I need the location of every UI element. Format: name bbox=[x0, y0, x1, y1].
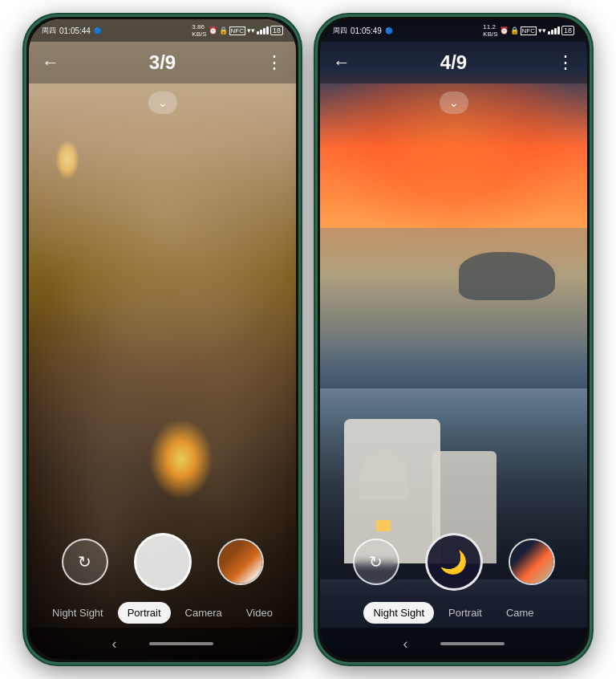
camera-buttons-2: ↻ 🌙 bbox=[353, 533, 555, 591]
status-day-1: 周四 bbox=[42, 26, 56, 36]
mode-video-1[interactable]: Video bbox=[237, 602, 282, 624]
phone-1: 周四 01:05:44 🔵 3.86KB/S ⏰ 🔒 NFC ▾▾ bbox=[24, 14, 301, 665]
gallery-thumbnail-2 bbox=[510, 540, 553, 583]
nav-bar-1: ‹ bbox=[29, 628, 296, 660]
nav-back-1[interactable]: ‹ bbox=[112, 636, 117, 653]
mode-camera-1[interactable]: Camera bbox=[176, 602, 232, 624]
night-sight-shutter-2[interactable]: 🌙 bbox=[425, 533, 483, 591]
network-speed-1: 3.86KB/S bbox=[192, 23, 206, 38]
status-right-2: 11.2KB/S ⏰ 🔒 NFC ▾▾ 18 bbox=[483, 23, 574, 38]
status-day-2: 周四 bbox=[333, 26, 347, 36]
status-time-1: 01:05:44 bbox=[59, 26, 91, 35]
phone-1-frame: 周四 01:05:44 🔵 3.86KB/S ⏰ 🔒 NFC ▾▾ bbox=[24, 14, 301, 665]
flip-camera-button-2[interactable]: ↻ bbox=[353, 539, 399, 585]
sparkle-secondary bbox=[55, 140, 79, 180]
nav-back-2[interactable]: ‹ bbox=[403, 636, 408, 653]
mode-camera-2[interactable]: Came bbox=[496, 602, 544, 624]
nfc-icon-1: NFC bbox=[229, 26, 245, 35]
status-time-2: 01:05:49 bbox=[351, 26, 382, 35]
camera-buttons-1: ↻ bbox=[62, 533, 264, 591]
status-right-1: 3.86KB/S ⏰ 🔒 NFC ▾▾ 18 bbox=[192, 23, 283, 38]
mode-selector-1: Night Sight Portrait Camera Video bbox=[36, 602, 289, 624]
more-button-2[interactable]: ⋮ bbox=[557, 52, 574, 73]
sparkle-main bbox=[149, 419, 213, 499]
lock-icon-2: 🔒 bbox=[510, 26, 519, 35]
nav-bar-2: ‹ bbox=[320, 628, 587, 660]
flip-camera-icon-1: ↻ bbox=[78, 552, 91, 571]
mode-portrait-1[interactable]: Portrait bbox=[118, 602, 171, 624]
battery-icon-2: 18 bbox=[561, 26, 574, 35]
back-button-1[interactable]: ← bbox=[42, 52, 59, 73]
home-indicator-2 bbox=[440, 642, 505, 645]
chevron-down-icon-2: ⌄ bbox=[449, 96, 459, 109]
mode-selector-2: Night Sight Portrait Came bbox=[357, 602, 549, 624]
bottom-controls-2: ↻ 🌙 Night Sight Portrait Came bbox=[320, 533, 587, 624]
status-left-2: 周四 01:05:49 🔵 bbox=[333, 26, 393, 36]
status-bar-1: 周四 01:05:44 🔵 3.86KB/S ⏰ 🔒 NFC ▾▾ bbox=[29, 19, 296, 42]
gallery-button-1[interactable] bbox=[217, 539, 264, 585]
gallery-button-2[interactable] bbox=[509, 539, 555, 585]
network-speed-2: 11.2KB/S bbox=[483, 23, 497, 38]
moon-icon-2: 🌙 bbox=[440, 549, 468, 575]
status-icon-2: 🔵 bbox=[385, 27, 393, 35]
phone-2-frame: 周四 01:05:49 🔵 11.2KB/S ⏰ 🔒 NFC ▾▾ bbox=[315, 14, 592, 665]
phone-2: 周四 01:05:49 🔵 11.2KB/S ⏰ 🔒 NFC ▾▾ bbox=[315, 14, 592, 665]
page-counter-1: 3/9 bbox=[149, 51, 176, 74]
back-button-2[interactable]: ← bbox=[333, 52, 351, 73]
battery-icon-1: 18 bbox=[270, 26, 283, 35]
wifi-icon-1: ▾▾ bbox=[247, 26, 255, 35]
top-bar-1: ← 3/9 ⋮ bbox=[29, 42, 296, 83]
phone-2-inner: 周四 01:05:49 🔵 11.2KB/S ⏰ 🔒 NFC ▾▾ bbox=[320, 19, 587, 660]
flip-camera-icon-2: ↻ bbox=[369, 552, 383, 571]
wifi-icon-2: ▾▾ bbox=[538, 26, 546, 35]
flip-camera-button-1[interactable]: ↻ bbox=[62, 539, 108, 585]
dropdown-chevron-1[interactable]: ⌄ bbox=[148, 91, 177, 114]
dropdown-chevron-2[interactable]: ⌄ bbox=[440, 91, 468, 114]
mode-portrait-2[interactable]: Portrait bbox=[439, 602, 492, 624]
top-bar-2: ← 4/9 ⋮ bbox=[320, 42, 587, 83]
bottom-controls-1: ↻ Night Sight Portrait Camera Video bbox=[29, 533, 296, 624]
status-icon-1: 🔵 bbox=[94, 27, 102, 35]
home-indicator-1 bbox=[149, 642, 213, 645]
page-counter-2: 4/9 bbox=[440, 51, 467, 74]
nfc-icon-2: NFC bbox=[521, 26, 537, 35]
status-left-1: 周四 01:05:44 🔵 bbox=[42, 26, 102, 36]
alarm-icon-1: ⏰ bbox=[209, 26, 217, 35]
chevron-down-icon-1: ⌄ bbox=[158, 96, 168, 109]
shutter-button-1[interactable] bbox=[134, 533, 192, 591]
mode-night-sight-1[interactable]: Night Sight bbox=[43, 602, 113, 624]
lock-icon-1: 🔒 bbox=[219, 26, 228, 35]
more-button-1[interactable]: ⋮ bbox=[265, 52, 283, 73]
phone-1-inner: 周四 01:05:44 🔵 3.86KB/S ⏰ 🔒 NFC ▾▾ bbox=[29, 19, 296, 660]
signal-icon-1 bbox=[257, 26, 269, 35]
alarm-icon-2: ⏰ bbox=[500, 26, 509, 35]
status-bar-2: 周四 01:05:49 🔵 11.2KB/S ⏰ 🔒 NFC ▾▾ bbox=[320, 19, 587, 42]
gallery-thumbnail-1 bbox=[219, 540, 262, 583]
signal-icon-2 bbox=[548, 26, 560, 35]
mode-night-sight-2[interactable]: Night Sight bbox=[363, 602, 434, 624]
